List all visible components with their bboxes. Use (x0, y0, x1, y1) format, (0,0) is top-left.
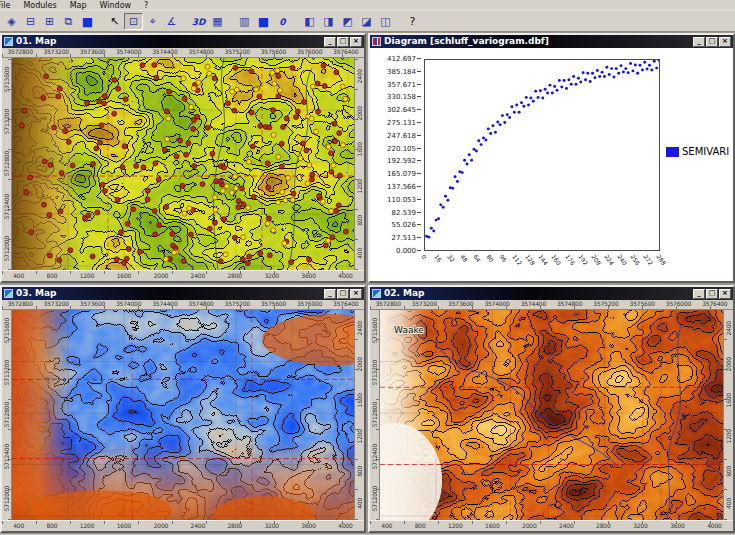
titlebar-map01[interactable]: 01. Map _ □ × (2, 35, 364, 48)
tile-horizontally-icon[interactable]: ◨ (319, 13, 338, 30)
ruler-label: 3574000 (116, 300, 141, 309)
map-frame-icon[interactable]: ■ (254, 13, 273, 30)
zoom-select-tool-icon[interactable]: ⊡ (124, 13, 143, 30)
close-all-windows-icon[interactable]: ◫ (376, 13, 395, 30)
ruler-label: 1600 (117, 521, 131, 531)
copy-icon[interactable]: ⧉ (59, 13, 78, 30)
ruler-label: 3574400 (521, 300, 546, 309)
ruler-label: 5713600 (3, 67, 10, 92)
map-window-03: 03. Map _ □ × 35728003573200357360035740… (0, 285, 366, 533)
ruler-label: 2400 (725, 321, 732, 335)
pan-tool-icon[interactable]: ⌖ (143, 13, 162, 30)
variogram-plot-area[interactable] (424, 59, 660, 251)
menu-item-help[interactable]: ? (144, 0, 148, 10)
ruler-label: 1600 (356, 393, 363, 407)
menu-item-window[interactable]: Window (100, 0, 132, 10)
cascade-windows-icon[interactable]: ◧ (300, 13, 319, 30)
ruler-label: 3574400 (152, 48, 177, 57)
ruler-label: 5713600 (3, 318, 10, 343)
show-table-icon[interactable]: ▥ (235, 13, 254, 30)
ruler-label: 800 (47, 521, 58, 531)
minimize-button[interactable]: _ (693, 37, 705, 47)
ruler-label: 2400 (356, 69, 363, 83)
map-canvas-02[interactable]: Waake (380, 310, 723, 520)
map-canvas-01[interactable] (12, 58, 354, 270)
y-tick-label: 0.000 (372, 247, 421, 255)
ruler-label: 3574400 (152, 300, 177, 309)
ruler-right: 2400200016001200800400 (723, 310, 733, 520)
ruler-label: 400 (356, 248, 363, 259)
ruler-bottom: 40080012001600200024002800320036004000 (2, 520, 364, 531)
tile-vertically-icon[interactable]: ◩ (338, 13, 357, 30)
ruler-label: 5713600 (371, 318, 378, 343)
maximize-button[interactable]: □ (337, 289, 349, 299)
print-icon[interactable]: ⊞ (40, 13, 59, 30)
legend-swatch-blue (666, 147, 679, 157)
ruler-label: 5713200 (3, 360, 10, 385)
legend: SEMIVARI (666, 146, 729, 157)
info-icon[interactable]: 0 (273, 13, 292, 30)
diagram-window: Diagram [schluff_variogram.dbf] _ □ × 41… (368, 33, 735, 283)
ruler-label: 2000 (356, 106, 363, 120)
menu-item-modules[interactable]: Modules (23, 0, 56, 10)
ruler-label: 3574800 (557, 300, 582, 309)
ruler-label: 400 (725, 498, 732, 509)
ruler-label: 3573600 (80, 48, 105, 57)
legend-label: SEMIVARI (682, 146, 729, 157)
ruler-label: 3574800 (188, 300, 213, 309)
close-button[interactable]: × (350, 289, 362, 299)
titlebar-map02[interactable]: 02. Map _ □ × (370, 287, 733, 300)
ruler-label: 3574800 (188, 48, 213, 57)
ruler-top: 3572800357320035736003574000357440035748… (370, 300, 733, 310)
minimize-button[interactable]: _ (324, 37, 336, 47)
close-button[interactable]: × (719, 37, 731, 47)
ruler-label: 1600 (356, 142, 363, 156)
maximize-button[interactable]: □ (706, 289, 718, 299)
ruler-label: 2000 (154, 521, 168, 531)
map-canvas-03[interactable] (12, 310, 354, 520)
menu-item-map[interactable]: Map (70, 0, 87, 10)
3d-view-icon[interactable]: 3D (189, 13, 208, 30)
terrain-map-sample-points (12, 58, 354, 270)
ruler-label: 3600 (301, 271, 315, 281)
maximize-button[interactable]: □ (337, 37, 349, 47)
ruler-label: 5712400 (3, 444, 10, 469)
ruler-label: 3572800 (7, 48, 32, 57)
ruler-label: 3576400 (333, 300, 358, 309)
help-icon[interactable]: ? (403, 13, 422, 30)
save-image-icon[interactable]: ▦ (208, 13, 227, 30)
ruler-label: 800 (725, 466, 732, 477)
ruler-label: 3573600 (448, 300, 473, 309)
ruler-label: 5713200 (371, 360, 378, 385)
titlebar-map03[interactable]: 03. Map _ □ × (2, 287, 364, 300)
x-axis-labels: 0163248648096112128144160176192208224240… (426, 253, 662, 279)
menu-item-file[interactable]: File (0, 0, 10, 10)
ruler-label: 1200 (356, 429, 363, 443)
minimize-button[interactable]: _ (693, 289, 705, 299)
y-tick-label: 302.645 (372, 106, 421, 114)
ruler-label: 5712400 (3, 194, 10, 219)
ruler-label: 2400 (191, 271, 205, 281)
ruler-label: 2000 (725, 357, 732, 371)
pointer-tool-icon[interactable]: ↖ (105, 13, 124, 30)
ruler-label: 3575600 (261, 300, 286, 309)
window-title: 03. Map (16, 287, 321, 300)
ruler-left: 57136005713200571280057124005712000 (2, 58, 12, 270)
active-map-icon[interactable]: ■ (78, 13, 97, 30)
ruler-label: 3573200 (412, 300, 437, 309)
ruler-label: 1200 (448, 521, 462, 531)
kriging-result-map: Waake (380, 310, 723, 520)
open-icon[interactable]: ◈ (2, 13, 21, 30)
titlebar-diagram[interactable]: Diagram [schluff_variogram.dbf] _ □ × (370, 35, 733, 48)
close-button[interactable]: × (350, 37, 362, 47)
window-title: 02. Map (384, 287, 690, 300)
save-icon[interactable]: ⊟ (21, 13, 40, 30)
measure-tool-icon[interactable]: ∡ (162, 13, 181, 30)
ruler-top: 3572800357320035736003574000357440035748… (2, 48, 364, 58)
maximize-button[interactable]: □ (706, 37, 718, 47)
arrange-icons-icon[interactable]: ◪ (357, 13, 376, 30)
close-button[interactable]: × (719, 289, 731, 299)
minimize-button[interactable]: _ (324, 289, 336, 299)
interpolated-surface-map (12, 310, 354, 520)
ruler-label: 5712000 (3, 486, 10, 511)
